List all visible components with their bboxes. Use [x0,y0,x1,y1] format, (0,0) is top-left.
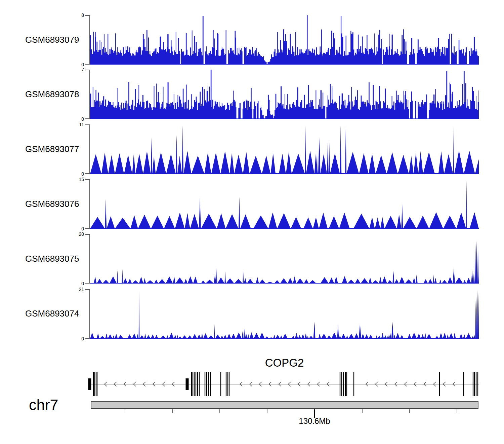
ruler-minor-tick [409,409,410,413]
exon-tick [343,372,344,396]
exon-tick [96,372,96,396]
ruler-minor-tick [457,409,457,413]
y-max-label: 15 [71,177,84,182]
exon-tick [199,372,200,396]
exon-tick [208,372,209,396]
y-axis-bottom-tick [85,64,90,65]
gene-model-track [0,353,504,400]
y-axis-top-tick [85,15,90,16]
exon-thick-box [88,378,91,390]
exon-tick [205,372,205,396]
y-min-label: 0 [71,62,84,67]
coverage-signal [90,234,479,284]
exon-tick [206,372,207,396]
exon-tick [94,372,95,396]
ruler-minor-tick [125,409,125,413]
exon-tick [93,372,94,396]
y-min-label: 0 [71,336,84,341]
coverage-signal [90,179,479,229]
track-label: GSM6893077 [25,144,89,154]
exon-tick [229,372,229,396]
coverage-track: 7 0 [90,70,479,119]
track-label: GSM6893078 [25,89,89,100]
coverage-signal [90,124,479,174]
y-min-label: 0 [71,171,84,177]
exon-tick [353,372,354,396]
exon-tick [477,372,478,396]
y-axis-top-tick [85,179,90,180]
ruler-minor-tick [267,409,267,413]
coverage-track: 20 0 [90,234,479,284]
y-axis-bottom-tick [85,283,90,284]
exon-tick [227,372,228,396]
y-axis-bottom-tick [85,173,90,174]
exon-tick [197,372,198,396]
y-axis-top-tick [85,124,90,125]
exon-tick [340,372,340,396]
exon-tick [473,372,473,396]
exon-tick [476,372,476,396]
exon-tick [345,372,346,396]
exon-tick [220,372,221,396]
y-min-label: 0 [71,281,84,286]
y-min-label: 0 [71,116,84,122]
ruler-minor-tick [172,409,173,413]
y-min-label: 0 [71,226,84,231]
exon-tick [196,372,196,396]
y-max-label: 21 [71,287,84,292]
coverage-track: 11 0 [90,124,479,174]
track-label: GSM6893075 [25,254,89,264]
coverage-signal [90,70,479,119]
coverage-signal [90,15,479,65]
exon-tick [346,372,347,396]
exon-thick-box [186,378,189,390]
y-axis-top-tick [85,70,90,70]
coverage-track: 15 0 [90,179,479,229]
position-label: 130.6Mb [281,416,348,426]
coverage-track: 8 0 [90,15,479,65]
y-axis-bottom-tick [85,118,90,119]
y-max-label: 20 [71,231,84,237]
chromosome-label: chr7 [29,396,58,414]
exon-tick [341,372,342,396]
exon-tick [210,372,211,396]
y-max-label: 8 [71,12,84,18]
exon-tick [474,372,475,396]
coverage-signal [90,289,479,339]
track-label: GSM6893074 [25,308,89,319]
chromosome-ideogram [91,401,478,409]
exon-tick [463,372,464,396]
track-label: GSM6893076 [25,199,89,209]
exon-tick [97,372,97,396]
y-axis-bottom-tick [85,228,90,229]
y-axis-bottom-tick [85,338,90,339]
y-max-label: 11 [71,122,84,127]
ruler-minor-tick [219,409,220,413]
coverage-track: 21 0 [90,289,479,339]
y-axis-top-tick [85,234,90,235]
exon-tick [226,372,226,396]
exon-tick [194,372,195,396]
ruler-minor-tick [362,409,363,413]
y-max-label: 7 [71,67,84,72]
exon-tick [439,372,440,396]
track-label: GSM6893079 [25,35,89,45]
exon-tick [191,372,192,396]
exon-tick [193,372,193,396]
y-axis-top-tick [85,289,90,290]
genome-browser-figure: GSM6893079 8 0 GSM6893078 7 0 GSM6893077… [0,0,504,444]
